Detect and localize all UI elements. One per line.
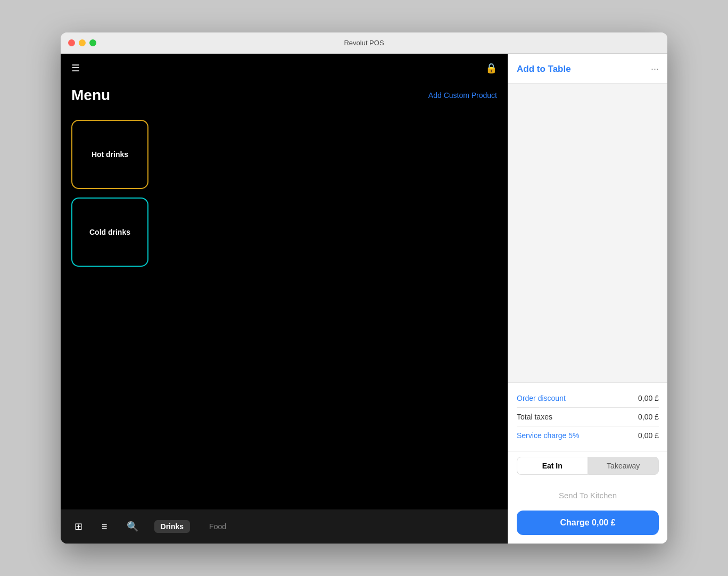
app-window: Revolut POS ☰ 🔒 Menu Add Custom Product … bbox=[61, 32, 667, 544]
order-discount-label[interactable]: Order discount bbox=[517, 394, 566, 402]
app-body: ☰ 🔒 Menu Add Custom Product Hot drinks C… bbox=[61, 54, 667, 544]
order-discount-value: 0,00 £ bbox=[638, 394, 659, 402]
category-cold-drinks[interactable]: Cold drinks bbox=[71, 198, 148, 267]
menu-topbar: ☰ 🔒 bbox=[61, 54, 508, 83]
list-icon[interactable]: ≡ bbox=[98, 518, 111, 536]
menu-categories: Hot drinks Cold drinks bbox=[61, 114, 508, 509]
menu-title: Menu bbox=[71, 87, 110, 104]
hamburger-icon[interactable]: ☰ bbox=[71, 62, 80, 74]
divider-1 bbox=[517, 407, 659, 408]
divider-2 bbox=[517, 426, 659, 426]
tab-drinks[interactable]: Drinks bbox=[154, 520, 191, 533]
bottom-nav: ⊞ ≡ 🔍 Drinks Food bbox=[61, 509, 508, 544]
order-panel: Add to Table ··· Order discount 0,00 £ T… bbox=[508, 54, 667, 544]
order-summary: Order discount 0,00 £ Total taxes 0,00 £… bbox=[508, 382, 667, 451]
maximize-button[interactable] bbox=[89, 39, 96, 46]
titlebar: Revolut POS bbox=[61, 32, 667, 54]
hot-drinks-label: Hot drinks bbox=[92, 150, 128, 159]
service-charge-value: 0,00 £ bbox=[638, 431, 659, 440]
traffic-lights bbox=[68, 39, 96, 46]
order-actions: Send To Kitchen Charge 0,00 £ bbox=[508, 480, 667, 544]
grid-icon[interactable]: ⊞ bbox=[71, 517, 86, 536]
cold-drinks-label: Cold drinks bbox=[89, 228, 130, 236]
send-to-kitchen-button[interactable]: Send To Kitchen bbox=[517, 484, 659, 506]
order-items-area bbox=[508, 84, 667, 382]
charge-button[interactable]: Charge 0,00 £ bbox=[517, 511, 659, 535]
window-title: Revolut POS bbox=[344, 39, 384, 47]
service-charge-row: Service charge 5% 0,00 £ bbox=[517, 427, 659, 443]
minimize-button[interactable] bbox=[79, 39, 86, 46]
add-custom-product-link[interactable]: Add Custom Product bbox=[428, 91, 497, 100]
menu-header: Menu Add Custom Product bbox=[61, 83, 508, 114]
order-discount-row: Order discount 0,00 £ bbox=[517, 390, 659, 406]
order-header: Add to Table ··· bbox=[508, 54, 667, 84]
tab-food[interactable]: Food bbox=[203, 520, 233, 533]
eat-in-button[interactable]: Eat In bbox=[517, 457, 588, 475]
search-icon[interactable]: 🔍 bbox=[123, 517, 142, 536]
eat-in-takeaway-toggle: Eat In Takeaway bbox=[508, 451, 667, 480]
category-hot-drinks[interactable]: Hot drinks bbox=[71, 120, 148, 189]
order-title: Add to Table bbox=[517, 64, 571, 75]
total-taxes-value: 0,00 £ bbox=[638, 413, 659, 421]
total-taxes-row: Total taxes 0,00 £ bbox=[517, 409, 659, 425]
takeaway-button[interactable]: Takeaway bbox=[588, 457, 659, 475]
more-options-icon[interactable]: ··· bbox=[651, 63, 659, 75]
service-charge-label[interactable]: Service charge 5% bbox=[517, 431, 580, 440]
lock-icon: 🔒 bbox=[485, 62, 497, 74]
menu-panel: ☰ 🔒 Menu Add Custom Product Hot drinks C… bbox=[61, 54, 508, 544]
close-button[interactable] bbox=[68, 39, 75, 46]
total-taxes-label: Total taxes bbox=[517, 413, 552, 421]
